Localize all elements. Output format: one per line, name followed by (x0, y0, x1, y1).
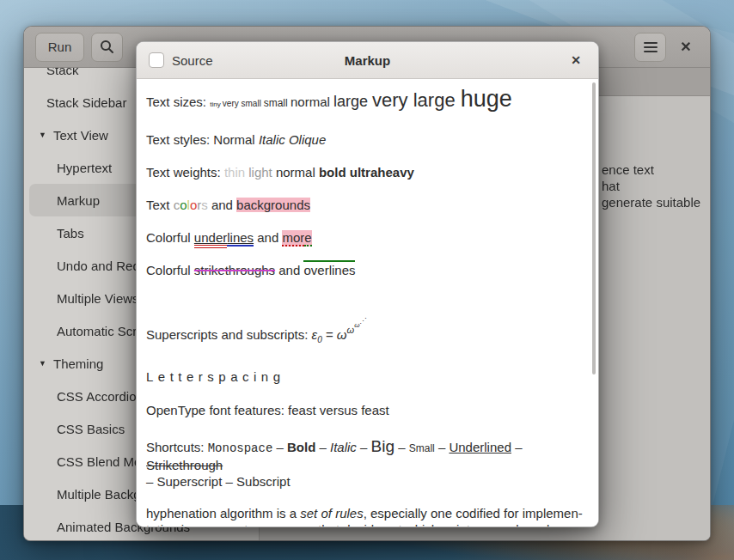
markup-segment: very small (223, 99, 264, 108)
markup-line-sizes: Text sizes: tiny very small small normal… (146, 91, 583, 113)
markup-segment: very large (372, 89, 461, 111)
source-toggle[interactable]: Source (149, 52, 213, 68)
sidebar-item-label: Hypertext (57, 161, 112, 175)
markup-segment: small (264, 97, 291, 109)
menu-button[interactable] (634, 33, 666, 62)
markup-segment: huge (461, 86, 512, 112)
markup-lines: Text sizes: tiny very small small normal… (146, 91, 583, 527)
markup-line-formula: Superscripts and subscripts: ε0 = ωωω⋰ (146, 313, 583, 348)
markup-segment: o (190, 198, 197, 212)
markup-line-lspace: Letterspacing (146, 368, 583, 385)
source-checkbox[interactable] (149, 52, 164, 68)
markup-line-underlines: Colorful underlines and more (146, 229, 583, 246)
markup-segment: large (333, 93, 372, 110)
run-button[interactable]: Run (35, 33, 84, 62)
markup-segment: Colorful (146, 230, 194, 245)
dialog-close-button[interactable]: ✕ (566, 50, 586, 70)
sidebar-item-label: Text View (53, 128, 108, 143)
expander-arrow-icon[interactable]: ▼ (39, 359, 53, 368)
expander-arrow-icon[interactable]: ▼ (39, 131, 53, 139)
markup-segment: lines (227, 230, 254, 247)
markup-line-shortcuts: Shortcuts: Monospace – Bold – Italic – B… (146, 438, 583, 490)
markup-segment: = (322, 327, 337, 342)
markup-segment: Text (146, 198, 174, 212)
markup-segment: Shortcuts: (146, 440, 208, 454)
markup-segment: Bold (287, 440, 315, 454)
markup-segment: – (272, 440, 287, 454)
markup-segment: thin (224, 165, 245, 180)
markup-segment: Underlined (449, 440, 511, 454)
markup-line-opentype: OpenType font features: feast versus fea… (146, 402, 583, 418)
description-text-fragments: ence texthatgenerate suitable (602, 161, 700, 210)
markup-segment: set of rules (300, 506, 363, 520)
markup-line-colors: Text colors and backgrounds (146, 197, 583, 213)
background-text-fragment: ence text (602, 161, 700, 178)
markup-textview[interactable]: Text sizes: tiny very small small normal… (137, 79, 598, 527)
sidebar-item-label: Stack Sidebar (46, 95, 126, 110)
markup-segment: Text styles: Normal (146, 132, 259, 147)
markup-segment: Italic Olique (259, 132, 326, 147)
dialog-headerbar: Markup Source ✕ (137, 42, 598, 79)
sidebar-item-label: Markup (57, 193, 100, 208)
markup-segment: tation in a computer program, that decid… (146, 522, 561, 527)
markup-segment: Superscripts and subscripts: (146, 327, 312, 342)
markup-segment: normal (291, 94, 333, 109)
markup-segment: and (275, 263, 303, 277)
source-label: Source (172, 53, 213, 68)
markup-segment: Letterspacing (146, 369, 285, 384)
markup-demo-dialog: Markup Source ✕ Text sizes: tiny very sm… (136, 41, 599, 527)
markup-segment: and (208, 198, 236, 212)
search-button[interactable] (91, 33, 123, 62)
markup-segment: – (395, 440, 409, 454)
markup-segment: and (254, 230, 282, 245)
markup-segment: – (357, 440, 371, 454)
sidebar-item-label: Tabs (57, 226, 84, 240)
markup-segment: Strikethrough (146, 458, 223, 472)
sidebar-item-label: Stack (46, 68, 79, 77)
markup-segment: Monospace (208, 441, 273, 455)
markup-segment: hyphenation algorithm is a (146, 506, 300, 520)
markup-segment: normal (272, 165, 319, 180)
sidebar-item-label: Theming (53, 356, 103, 371)
markup-segment: Text sizes: (146, 94, 210, 109)
markup-line-strikes: Colorful strikethroughs and overlines (146, 262, 583, 278)
markup-segment: Big (371, 437, 395, 455)
markup-segment: ⋰ (359, 317, 366, 325)
scrollbar-thumb[interactable] (592, 82, 596, 374)
sidebar-item-label: Multiple Views (57, 291, 139, 306)
markup-line-styles: Text styles: Normal Italic Olique (146, 131, 583, 148)
background-text-fragment: generate suitable (602, 194, 700, 210)
markup-segment: under (194, 230, 227, 248)
markup-segment: , especially one codified for implemen- (364, 506, 583, 520)
markup-segment: Small (409, 442, 435, 454)
markup-segment: mor (282, 230, 304, 247)
markup-segment: Italic (330, 440, 357, 454)
markup-segment: backgrounds (236, 198, 310, 212)
markup-segment: ultraheavy (350, 165, 414, 180)
markup-segment: – (511, 440, 523, 454)
markup-segment: Text weights: (146, 165, 224, 180)
markup-segment: tiny (210, 100, 223, 108)
markup-segment: bold (319, 165, 346, 180)
hamburger-icon (644, 42, 658, 52)
sidebar-item-label: CSS Accordion (57, 389, 144, 404)
markup-segment: light (248, 165, 272, 180)
markup-segment: ω (347, 325, 355, 335)
markup-line-hyphen: hyphenation algorithm is a set of rules,… (146, 505, 583, 527)
markup-segment: OpenType font features: feast versus fea… (146, 403, 389, 417)
markup-segment: o (180, 198, 187, 212)
markup-segment: – (435, 440, 450, 454)
markup-segment: strikethroughs (194, 263, 275, 277)
markup-line-weights: Text weights: thin light normal bold ult… (146, 164, 583, 180)
markup-segment: overlines (303, 260, 355, 277)
markup-segment: Colorful (146, 263, 194, 277)
background-text-fragment: hat (602, 178, 700, 194)
markup-segment: s (201, 198, 208, 212)
search-icon (100, 40, 114, 54)
sidebar-item-label: Undo and Redo (57, 259, 147, 273)
markup-segment: e (304, 230, 311, 247)
sidebar-item-label: CSS Basics (57, 422, 125, 436)
markup-segment: – Superscript – Subscript (146, 474, 291, 489)
window-close-button[interactable]: ✕ (673, 34, 699, 60)
markup-segment: – (315, 440, 330, 454)
